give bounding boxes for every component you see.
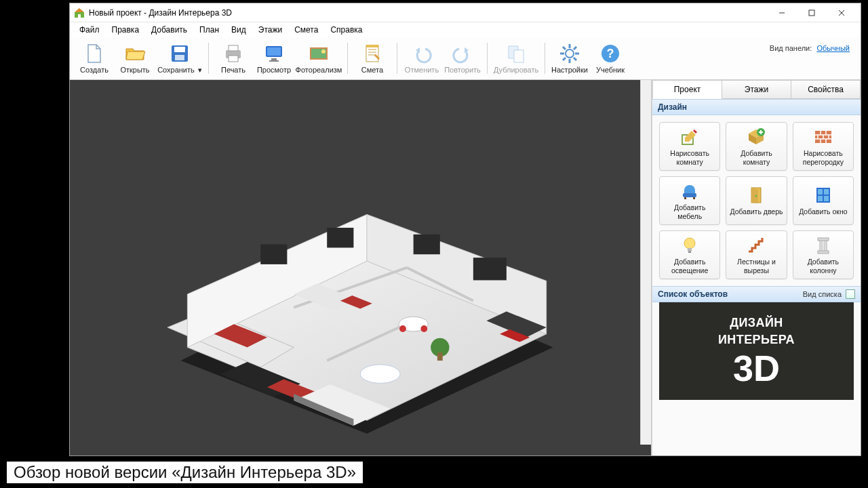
save-button[interactable]: Сохранить ▾: [155, 40, 204, 77]
chevron-down-icon: ▾: [196, 66, 202, 74]
panel-mode-label: Вид панели:: [770, 44, 812, 52]
list-view-label: Вид списка: [803, 290, 842, 298]
column-icon: [813, 235, 833, 256]
add-lighting-button[interactable]: Добавить освещение: [659, 230, 720, 279]
notepad-icon: [361, 42, 384, 65]
svg-point-27: [566, 49, 574, 58]
add-furniture-label: Добавить мебель: [660, 203, 719, 220]
duplicate-button[interactable]: Дублировать: [492, 40, 540, 77]
list-view-toggle-icon[interactable]: [846, 289, 855, 299]
design-section-header: Дизайн: [652, 99, 861, 115]
svg-line-32: [563, 47, 566, 49]
menubar: Файл Правка Добавить План Вид Этажи Смет…: [70, 22, 861, 37]
photorealism-icon: [307, 42, 330, 65]
print-label: Печать: [221, 66, 245, 74]
new-file-icon: [83, 42, 106, 65]
undo-icon: [410, 42, 433, 65]
armchair-icon: [679, 181, 700, 201]
svg-rect-24: [366, 45, 378, 47]
add-lighting-label: Добавить освещение: [660, 258, 719, 274]
window-controls: [767, 3, 856, 22]
settings-button[interactable]: Настройки: [549, 40, 590, 77]
promo-line3: 3D: [733, 350, 780, 386]
menu-plan[interactable]: План: [194, 24, 224, 36]
video-caption: Обзор новой версии «Дизайн Интерьера 3D»: [5, 460, 364, 485]
svg-rect-8: [174, 47, 185, 52]
help-icon: ?: [599, 42, 622, 65]
create-button[interactable]: Создать: [74, 40, 115, 77]
add-column-button[interactable]: Добавить колонну: [793, 230, 854, 279]
add-column-label: Добавить колонну: [793, 258, 853, 274]
maximize-button[interactable]: [797, 3, 827, 22]
menu-floors[interactable]: Этажи: [253, 24, 288, 36]
duplicate-icon: [505, 42, 528, 65]
tutorial-button[interactable]: ? Учебник: [590, 40, 631, 77]
menu-add[interactable]: Добавить: [146, 24, 193, 36]
minimize-button[interactable]: [767, 3, 797, 22]
tutorial-label: Учебник: [596, 66, 625, 74]
estimate-button[interactable]: Смета: [352, 40, 393, 77]
add-furniture-button[interactable]: Добавить мебель: [659, 176, 720, 225]
add-window-button[interactable]: Добавить окно: [793, 176, 854, 225]
svg-point-85: [684, 238, 695, 249]
preview-button[interactable]: Просмотр: [254, 40, 294, 77]
svg-line-34: [574, 47, 576, 49]
3d-viewport[interactable]: [70, 80, 652, 455]
svg-rect-26: [514, 50, 524, 62]
menu-view[interactable]: Вид: [226, 24, 252, 36]
svg-rect-14: [267, 47, 281, 56]
tab-floors[interactable]: Этажи: [722, 80, 791, 99]
vertical-scrollbar[interactable]: [640, 80, 651, 445]
promo-line1: ДИЗАЙН: [730, 316, 783, 330]
add-room-button[interactable]: Добавить комнату: [726, 122, 787, 171]
svg-text:?: ?: [607, 47, 614, 60]
photorealism-label: Фотореализм: [296, 66, 342, 74]
svg-rect-60: [437, 352, 443, 361]
draw-partition-button[interactable]: Нарисовать перегородку: [793, 122, 854, 171]
redo-button[interactable]: Повторить: [442, 40, 483, 77]
redo-icon: [451, 42, 474, 65]
close-button[interactable]: [827, 3, 856, 22]
stairs-button[interactable]: Лестницы и вырезы: [726, 230, 787, 279]
save-label: Сохранить ▾: [157, 66, 202, 75]
tab-project[interactable]: Проект: [652, 80, 722, 99]
toolbar: Создать Открыть Сохранить ▾ Печать: [70, 37, 861, 80]
promo-card: ДИЗАЙН ИНТЕРЬЕРА 3D: [659, 302, 854, 400]
menu-file[interactable]: Файл: [74, 24, 105, 36]
svg-rect-79: [693, 197, 695, 199]
undo-button[interactable]: Отменить: [401, 40, 442, 77]
photorealism-button[interactable]: Фотореализм: [294, 40, 343, 77]
estimate-label: Смета: [361, 66, 383, 74]
add-door-label: Добавить дверь: [728, 207, 784, 216]
svg-rect-15: [271, 58, 277, 60]
svg-point-81: [755, 195, 757, 197]
add-room-label: Добавить комнату: [726, 149, 786, 165]
monitor-icon: [262, 42, 285, 65]
svg-rect-87: [688, 251, 691, 253]
draw-partition-label: Нарисовать перегородку: [793, 149, 853, 165]
add-door-button[interactable]: Добавить дверь: [726, 176, 787, 225]
draw-room-button[interactable]: Нарисовать комнату: [659, 122, 720, 171]
tab-properties[interactable]: Свойства: [791, 80, 861, 99]
app-icon: [74, 7, 85, 18]
lightbulb-icon: [679, 235, 700, 256]
save-icon: [168, 42, 191, 65]
svg-rect-88: [820, 239, 827, 251]
svg-rect-78: [684, 197, 686, 199]
print-button[interactable]: Печать: [213, 40, 254, 77]
sidebar-tabs: Проект Этажи Свойства: [652, 80, 861, 99]
create-label: Создать: [80, 66, 108, 74]
design-header-label: Дизайн: [658, 102, 687, 112]
add-window-label: Добавить окно: [797, 207, 848, 216]
open-button[interactable]: Открыть: [115, 40, 155, 77]
svg-line-35: [563, 58, 566, 60]
menu-edit[interactable]: Правка: [106, 24, 145, 36]
svg-rect-2: [78, 14, 81, 18]
menu-help[interactable]: Справка: [325, 24, 368, 36]
svg-rect-86: [688, 248, 692, 251]
svg-rect-20: [366, 45, 378, 62]
menu-estimate[interactable]: Смета: [289, 24, 323, 36]
panel-mode-link[interactable]: Обычный: [816, 44, 850, 52]
svg-rect-77: [683, 193, 696, 197]
svg-rect-12: [229, 56, 238, 62]
